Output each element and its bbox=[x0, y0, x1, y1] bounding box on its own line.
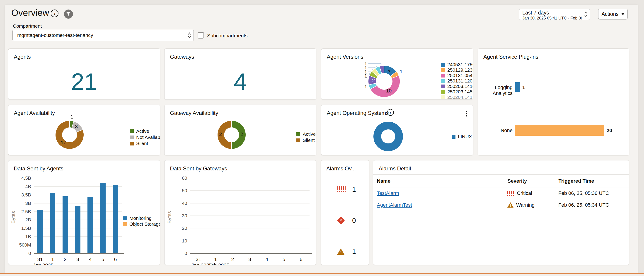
bottom-strip bbox=[0, 274, 644, 276]
x-context-label: Feb 2025 bbox=[208, 262, 229, 265]
plugin-bar-value: 20 bbox=[606, 128, 612, 134]
legend-item[interactable]: LINUX bbox=[452, 134, 472, 139]
legend-item[interactable]: 250203.1455 bbox=[441, 89, 473, 94]
legend-item[interactable]: 250129.1230 bbox=[441, 67, 473, 73]
slice-value: 3 bbox=[75, 124, 78, 130]
donut-slice[interactable] bbox=[377, 126, 399, 147]
gateway-availability-card: Gateway Availability 2 2 Active Silent bbox=[164, 105, 316, 156]
column-header-severity[interactable]: Severity bbox=[504, 175, 555, 188]
agent-availability-card-title: Agent Availability bbox=[14, 110, 55, 116]
y-tick-label: 10 bbox=[169, 238, 187, 244]
y-tick-label: 4B bbox=[13, 184, 31, 189]
legend-swatch bbox=[441, 74, 445, 78]
legend-swatch bbox=[296, 138, 300, 142]
plugin-bar[interactable] bbox=[515, 125, 604, 136]
info-icon[interactable]: i bbox=[51, 10, 58, 17]
time-range-selector[interactable]: Last 7 days Jan 30, 2025 05:41 UTC - Feb… bbox=[519, 8, 590, 20]
legend-item[interactable]: Silent bbox=[296, 138, 315, 143]
legend-swatch bbox=[441, 84, 445, 88]
plugin-bar[interactable] bbox=[515, 82, 520, 92]
actions-button[interactable]: Actions bbox=[598, 8, 628, 20]
donut-slice[interactable] bbox=[232, 120, 246, 149]
agent-versions-card: Agent Versions 3 1 10 2 1 1 1 1 1 240531… bbox=[321, 48, 473, 100]
time-range-label: Last 7 days bbox=[522, 10, 582, 16]
y-tick-label: 3.5B bbox=[13, 192, 31, 198]
x-tick-label: 5 bbox=[282, 256, 285, 262]
slice-value: 10 bbox=[386, 88, 392, 94]
error-icon[interactable]: ✕ bbox=[337, 216, 345, 224]
bar[interactable] bbox=[75, 206, 80, 253]
agent-service-plugins-card: Agent Service Plug-ins Logging Analytics… bbox=[478, 48, 629, 156]
column-header-triggered-time[interactable]: Triggered Time bbox=[555, 175, 629, 188]
y-tick-label: 40 bbox=[169, 200, 187, 206]
bar[interactable] bbox=[88, 197, 93, 253]
slice-value: 1 bbox=[400, 69, 402, 74]
subcompartments-checkbox[interactable] bbox=[198, 32, 204, 38]
critical-icon[interactable] bbox=[338, 186, 346, 192]
x-tick-label: 3 bbox=[76, 256, 79, 262]
legend-item[interactable]: Not Available bbox=[130, 134, 160, 140]
legend-swatch bbox=[296, 132, 300, 136]
triggered-time: Feb 06, 25, 05:36 UTC bbox=[555, 188, 629, 199]
gridline bbox=[34, 203, 122, 204]
legend-item[interactable]: Monitoring bbox=[123, 216, 152, 221]
alarms-detail-card: Alarms Detail Name Severity Triggered Ti… bbox=[373, 160, 629, 265]
warning-icon[interactable]: ! bbox=[337, 248, 344, 255]
severity-label: Critical bbox=[517, 190, 532, 196]
bar[interactable] bbox=[38, 210, 43, 253]
critical-count: 1 bbox=[352, 186, 356, 193]
x-tick-label: 1 bbox=[214, 256, 217, 262]
x-tick-label: 31 bbox=[196, 256, 201, 262]
legend-item[interactable]: Silent bbox=[130, 141, 148, 146]
compartment-value: mgmtagent-customer-test-tenancy bbox=[17, 32, 93, 38]
legend-item[interactable]: 250204.1412 bbox=[441, 94, 473, 100]
x-tick-label: 6 bbox=[114, 256, 117, 262]
caret-down-icon bbox=[621, 13, 624, 15]
plugin-category-label: None bbox=[480, 128, 512, 134]
legend-swatch bbox=[441, 68, 445, 72]
slice-value: 2 bbox=[372, 78, 375, 84]
bar[interactable] bbox=[62, 196, 68, 253]
bar[interactable] bbox=[112, 185, 118, 253]
legend-swatch bbox=[441, 90, 445, 94]
legend-item[interactable]: 250203.1410 bbox=[441, 84, 473, 89]
data-sent-by-agents-card: Data Sent by Agents 4.5B4B3.5B3B2.5B2B1.… bbox=[8, 160, 160, 265]
warning-icon: ! bbox=[507, 202, 514, 208]
alarm-link[interactable]: AgentAlarmTest bbox=[377, 202, 412, 208]
legend-item[interactable]: 250131.0547 bbox=[441, 73, 473, 78]
compartment-select[interactable]: mgmtagent-customer-test-tenancy bbox=[12, 30, 194, 41]
triggered-time: Feb 06, 25, 05:34 UTC bbox=[555, 199, 629, 211]
legend-item[interactable]: 250131.1205 bbox=[441, 78, 473, 84]
gridline bbox=[190, 216, 310, 216]
legend-item[interactable]: Object Storage bbox=[123, 222, 160, 227]
y-tick-label: 0 bbox=[13, 250, 31, 256]
agent-operating-systems-card-title: Agent Operating Systems bbox=[327, 110, 388, 116]
legend-item[interactable]: 240531.1750 bbox=[441, 62, 473, 67]
filter-icon[interactable] bbox=[64, 10, 73, 18]
gridline bbox=[34, 195, 122, 195]
legend-item[interactable]: Active bbox=[130, 128, 149, 134]
error-count: 0 bbox=[352, 217, 356, 224]
info-icon[interactable]: i bbox=[387, 109, 394, 116]
y-tick-label: 20 bbox=[169, 226, 187, 231]
table-row: TestAlarm Critical Feb 06, 25, 05:36 UTC bbox=[373, 188, 629, 199]
x-tick-label: 5 bbox=[102, 256, 104, 262]
funnel-glyph bbox=[66, 12, 71, 16]
legend-item[interactable]: Active bbox=[296, 132, 316, 137]
agents-card: Agents 21 bbox=[8, 48, 160, 100]
alarms-table: Name Severity Triggered Time TestAlarm C… bbox=[373, 174, 629, 211]
alarm-link[interactable]: TestAlarm bbox=[377, 190, 399, 196]
x-tick-label: 2 bbox=[231, 256, 234, 262]
slice-value: 2 bbox=[240, 132, 243, 137]
bar[interactable] bbox=[50, 193, 55, 253]
plugin-bar-value: 1 bbox=[522, 84, 525, 90]
legend-swatch bbox=[441, 63, 445, 66]
agent-availability-donut bbox=[55, 120, 84, 150]
legend-swatch bbox=[441, 96, 445, 99]
y-tick-label: 3B bbox=[13, 200, 31, 206]
spinner-chevrons-icon[interactable] bbox=[584, 11, 588, 18]
column-header-name[interactable]: Name bbox=[373, 175, 504, 188]
bar[interactable] bbox=[100, 183, 106, 253]
kebab-menu-icon[interactable] bbox=[466, 111, 467, 118]
time-range-dates: Jan 30, 2025 05:41 UTC - Feb 06, 2025 05… bbox=[522, 16, 582, 20]
